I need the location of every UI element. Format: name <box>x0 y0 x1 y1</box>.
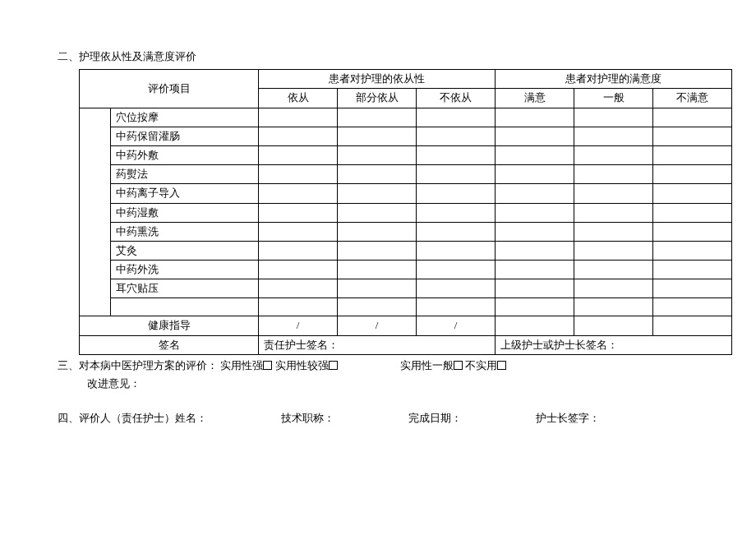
cell[interactable] <box>653 279 732 298</box>
checkbox-icon[interactable] <box>454 361 463 370</box>
cell[interactable] <box>496 222 574 241</box>
cell[interactable] <box>259 261 338 279</box>
cell[interactable] <box>417 298 496 316</box>
row-label: 药熨法 <box>111 165 259 184</box>
responsible-nurse-signature[interactable]: 责任护士签名： <box>259 335 496 354</box>
cell[interactable] <box>574 108 653 127</box>
signature-row-label: 签名 <box>80 335 259 354</box>
senior-nurse-signature[interactable]: 上级护士或护士长签名： <box>496 335 732 354</box>
cell[interactable] <box>417 127 496 145</box>
cell[interactable] <box>417 203 496 222</box>
cell[interactable] <box>338 279 417 298</box>
checkbox-icon[interactable] <box>329 361 338 370</box>
cell[interactable] <box>574 203 653 222</box>
cell[interactable] <box>653 261 732 279</box>
table-row <box>80 298 732 316</box>
cell[interactable] <box>653 203 732 222</box>
header-satisfaction: 患者对护理的满意度 <box>496 70 732 89</box>
checkbox-icon[interactable] <box>497 361 506 370</box>
cell[interactable] <box>653 316 732 335</box>
cell[interactable] <box>496 261 574 279</box>
cell[interactable] <box>338 241 417 260</box>
cell[interactable] <box>259 184 338 203</box>
cell[interactable] <box>653 127 732 145</box>
cell[interactable] <box>417 184 496 203</box>
cell[interactable] <box>574 298 653 316</box>
col-partial: 部分依从 <box>338 89 417 108</box>
cell[interactable] <box>338 127 417 145</box>
cell[interactable] <box>574 127 653 145</box>
opt-strong: 实用性强 <box>220 359 263 371</box>
slash-cell: / <box>259 316 338 335</box>
cell[interactable] <box>417 261 496 279</box>
cell[interactable] <box>417 165 496 184</box>
cell[interactable] <box>653 108 732 127</box>
cell[interactable] <box>338 145 417 164</box>
cell[interactable] <box>653 222 732 241</box>
opt-fairly-strong: 实用性较强 <box>275 359 329 371</box>
cell[interactable] <box>259 298 338 316</box>
cell[interactable] <box>259 145 338 164</box>
table-header-row-1: 评价项目 患者对护理的依从性 患者对护理的满意度 <box>80 70 732 89</box>
cell[interactable] <box>338 298 417 316</box>
evaluation-table: 评价项目 患者对护理的依从性 患者对护理的满意度 依从 部分依从 不依从 满意 … <box>79 69 732 355</box>
cell[interactable] <box>653 165 732 184</box>
cell[interactable] <box>496 184 574 203</box>
col-average: 一般 <box>574 89 653 108</box>
cell[interactable] <box>574 241 653 260</box>
cell[interactable] <box>574 261 653 279</box>
cell[interactable] <box>653 145 732 164</box>
cell[interactable] <box>417 108 496 127</box>
table-row: 中药外洗 <box>80 261 732 279</box>
cell[interactable] <box>653 241 732 260</box>
row-label: 中药外洗 <box>111 261 259 279</box>
opt-average: 实用性一般 <box>400 359 454 371</box>
cell[interactable] <box>574 316 653 335</box>
cell[interactable] <box>417 241 496 260</box>
table-row: 中药湿敷 <box>80 203 732 222</box>
cell[interactable] <box>338 184 417 203</box>
checkbox-icon[interactable] <box>263 361 272 370</box>
cell[interactable] <box>496 127 574 145</box>
col-satisfied: 满意 <box>496 89 574 108</box>
row-label: 中药保留灌肠 <box>111 127 259 145</box>
cell[interactable] <box>259 108 338 127</box>
cell[interactable] <box>417 145 496 164</box>
cell[interactable] <box>496 298 574 316</box>
col-comply: 依从 <box>259 89 338 108</box>
header-compliance: 患者对护理的依从性 <box>259 70 496 89</box>
cell[interactable] <box>574 145 653 164</box>
cell[interactable] <box>496 145 574 164</box>
cell[interactable] <box>338 203 417 222</box>
cell[interactable] <box>574 165 653 184</box>
section-2-title: 二、护理依从性及满意度评价 <box>58 49 698 64</box>
cell[interactable] <box>653 184 732 203</box>
col-noncomply: 不依从 <box>417 89 496 108</box>
cell[interactable] <box>259 222 338 241</box>
header-eval-item: 评价项目 <box>80 70 259 108</box>
table-row: 中药保留灌肠 <box>80 127 732 145</box>
cell[interactable] <box>574 222 653 241</box>
cell[interactable] <box>417 222 496 241</box>
cell[interactable] <box>496 108 574 127</box>
cell[interactable] <box>574 279 653 298</box>
cell[interactable] <box>259 203 338 222</box>
cell[interactable] <box>417 279 496 298</box>
cell[interactable] <box>338 165 417 184</box>
cell[interactable] <box>338 261 417 279</box>
cell[interactable] <box>338 222 417 241</box>
cell[interactable] <box>653 298 732 316</box>
cell[interactable] <box>496 279 574 298</box>
cell[interactable] <box>496 203 574 222</box>
cell[interactable] <box>496 316 574 335</box>
cell[interactable] <box>259 279 338 298</box>
cell[interactable] <box>259 241 338 260</box>
cell[interactable] <box>338 108 417 127</box>
cell[interactable] <box>259 165 338 184</box>
table-row: 中药离子导入 <box>80 184 732 203</box>
cell[interactable] <box>496 241 574 260</box>
evaluator-label: 评价人（责任护士）姓名： <box>79 412 207 424</box>
cell[interactable] <box>259 127 338 145</box>
cell[interactable] <box>574 184 653 203</box>
cell[interactable] <box>496 165 574 184</box>
